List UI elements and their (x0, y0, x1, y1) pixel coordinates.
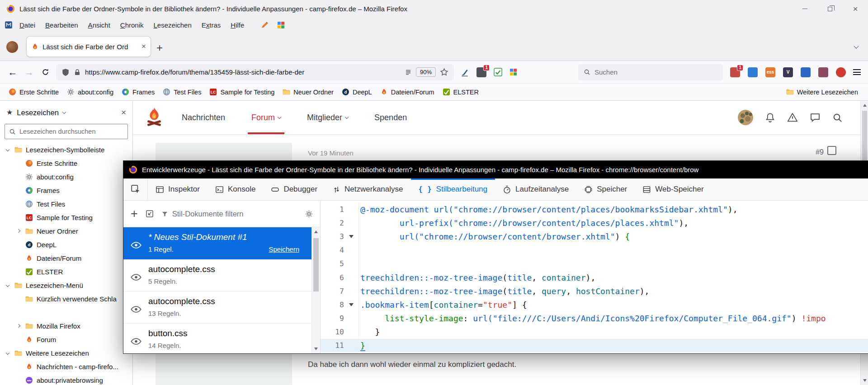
css-code-editor[interactable]: 1@-moz-document url("chrome://browser/co… (321, 201, 868, 353)
devtools-tab-laufzeitanalyse[interactable]: Laufzeitanalyse (495, 178, 576, 200)
devtools-tab-stilbearbeitung[interactable]: { }Stilbearbeitung (411, 178, 495, 200)
forum-nav-spenden[interactable]: Spenden (374, 101, 407, 134)
scroll-up-icon[interactable] (314, 230, 318, 233)
scroll-up-icon[interactable] (863, 104, 867, 107)
screenshot-grid-icon[interactable] (277, 21, 285, 29)
post-number[interactable]: #9 (816, 148, 824, 156)
menu-datei[interactable]: Datei (14, 21, 40, 29)
restore-button[interactable] (817, 0, 843, 18)
grid-extension-icon[interactable] (509, 68, 517, 76)
bookmark-item[interactable]: ELSTER (439, 88, 483, 96)
bookmark-item[interactable]: Test Files (159, 88, 205, 96)
code-line[interactable]: 6treechildren::-moz-tree-image(title, co… (321, 271, 868, 284)
code-line[interactable]: 11} (321, 339, 868, 352)
code-line[interactable]: 2 url-prefix("chrome://browser/content/p… (321, 216, 868, 230)
fold-arrow-icon[interactable] (344, 230, 359, 243)
tree-item[interactable]: ELSTER (0, 265, 132, 278)
twisty-closed-icon[interactable] (15, 230, 22, 232)
scroll-down-icon[interactable] (314, 347, 318, 350)
active-tab[interactable]: Lässt sich die Farbe der Ord × (26, 36, 151, 57)
url-text[interactable]: https://www.camp-firefox.de/forum/thema/… (85, 68, 401, 76)
url-bar[interactable]: https://www.camp-firefox.de/forum/thema/… (56, 64, 454, 80)
stylesheet-entry[interactable]: autocomplete.css5 Regeln. (123, 259, 320, 291)
warning-icon[interactable] (787, 112, 798, 123)
stylesheet-entry[interactable]: * Neues Stil-Dokument #11 Regel.Speicher… (123, 227, 320, 259)
post-select-checkbox[interactable] (827, 146, 836, 155)
bookmark-item[interactable]: LCSample for Testing (205, 88, 278, 96)
scroll-down-icon[interactable] (863, 379, 867, 382)
sidebar-search-input[interactable]: Lesezeichen durchsuchen (5, 124, 128, 139)
menu-bearbeiten[interactable]: Bearbeiten (40, 21, 83, 29)
stylesheet-entry[interactable]: autocomplete.css13 Regeln. (123, 291, 320, 324)
code-line[interactable]: 9 list-style-image: url("file:///C:/User… (321, 312, 868, 325)
tab-close-icon[interactable]: × (142, 42, 146, 51)
lock-icon[interactable] (74, 69, 81, 76)
sidebar-close-icon[interactable]: × (121, 108, 126, 117)
menu-ansicht[interactable]: Ansicht (83, 21, 115, 29)
chat-icon[interactable] (810, 112, 821, 123)
check-extension-icon[interactable] (494, 68, 502, 76)
forum-nav-mitglieder[interactable]: Mitglieder (307, 101, 348, 134)
bookmark-item[interactable]: Frames (118, 88, 159, 96)
pick-element-button[interactable] (123, 178, 148, 200)
devtools-tab-inspektor[interactable]: Inspektor (148, 178, 208, 200)
tree-item[interactable]: dDeepL (0, 238, 132, 251)
library-icon[interactable] (5, 21, 13, 29)
extension-7-icon[interactable] (836, 67, 846, 77)
code-line[interactable]: 7treechildren::-moz-tree-image(title, qu… (321, 284, 868, 298)
tree-item[interactable]: about:privatebrowsing (0, 373, 132, 385)
campfire-logo-icon[interactable] (143, 106, 165, 129)
reload-button[interactable] (37, 64, 53, 80)
tree-item[interactable]: LCSample for Testing (0, 211, 132, 224)
badge-extension-icon[interactable]: 1 (476, 67, 486, 77)
tree-item[interactable]: Forum (0, 333, 132, 346)
sign-pencil-icon[interactable] (261, 21, 269, 29)
gear-icon[interactable] (305, 210, 313, 218)
code-line[interactable]: 3 url("chrome://browser/content/browser.… (321, 230, 868, 243)
new-stylesheet-button[interactable]: + (131, 208, 138, 220)
forum-nav-forum[interactable]: Forum (251, 101, 281, 134)
tree-item[interactable]: Frames (0, 183, 132, 197)
menu-extras[interactable]: Extras (197, 21, 226, 29)
new-tab-button[interactable]: + (156, 42, 163, 53)
extension-3-icon[interactable]: ess (765, 67, 775, 77)
extension-1-icon[interactable]: 1 (730, 67, 740, 77)
sidebar-title[interactable]: Lesezeichen (17, 108, 59, 117)
bookmark-star-icon[interactable] (440, 68, 448, 76)
code-line[interactable]: 1@-moz-document url("chrome://browser/co… (321, 202, 868, 216)
bookmark-item[interactable]: Dateien/Forum (376, 88, 439, 96)
tree-item[interactable]: Nachrichten - camp-firefo... (0, 360, 132, 373)
devtools-tab-speicher[interactable]: Speicher (576, 178, 635, 200)
extension-4-icon[interactable]: V (783, 67, 793, 77)
tree-item[interactable]: Erste Schritte (0, 156, 132, 170)
bookmark-item[interactable]: about:config (63, 88, 118, 96)
extension-2-icon[interactable] (748, 67, 758, 77)
stylesheet-entry[interactable]: button.css14 Regeln. (123, 324, 320, 353)
back-button[interactable]: ← (5, 64, 21, 80)
tree-item[interactable]: Dateien/Forum (0, 251, 132, 265)
bookmark-item[interactable]: dDeepL (338, 88, 376, 96)
extension-5-icon[interactable] (801, 67, 811, 77)
sidebar-switcher-chevron-icon[interactable] (62, 110, 66, 113)
stylesheet-filter-input[interactable]: Stil-Dokumente filtern (161, 210, 298, 218)
twisty-open-icon[interactable] (5, 352, 11, 354)
menu-hilfe[interactable]: Hilfe (226, 21, 249, 29)
extension-6-icon[interactable] (818, 67, 828, 77)
other-bookmarks-folder[interactable]: Weitere Lesezeichen (786, 88, 863, 96)
list-all-tabs-icon[interactable] (854, 42, 858, 50)
twisty-closed-icon[interactable] (15, 324, 22, 327)
devtools-tab-netzwerkanalyse[interactable]: Netzwerkanalyse (325, 178, 410, 200)
forum-nav-nachrichten[interactable]: Nachrichten (182, 101, 225, 134)
tree-item[interactable]: about:config (0, 170, 132, 183)
search-bar[interactable]: Suchen (578, 64, 723, 80)
zoom-level-badge[interactable]: 90% (416, 67, 436, 77)
devtools-tab-konsole[interactable]: Konsole (208, 178, 263, 200)
menu-lesezeichen[interactable]: Lesezeichen (149, 21, 197, 29)
tree-item[interactable]: Neuer Ordner (0, 224, 132, 238)
tree-item[interactable]: Kürzlich verwendete Schla (0, 292, 132, 305)
user-avatar[interactable] (738, 110, 753, 125)
reader-mode-icon[interactable] (405, 69, 412, 76)
scrollbar-thumb[interactable] (313, 238, 319, 291)
save-link[interactable]: Speichern (269, 245, 299, 253)
sign-extension-icon[interactable] (460, 68, 469, 77)
